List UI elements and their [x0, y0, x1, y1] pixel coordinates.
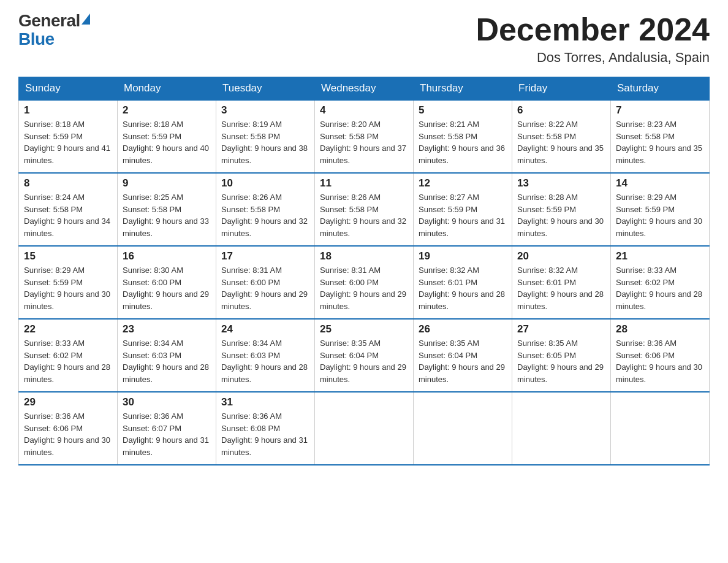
calendar-cell: 24 Sunrise: 8:34 AM Sunset: 6:03 PM Dayl… — [216, 319, 315, 392]
calendar-day-header: Saturday — [611, 77, 710, 101]
day-number: 31 — [221, 396, 309, 408]
day-number: 20 — [517, 250, 605, 262]
day-info: Sunrise: 8:33 AM Sunset: 6:02 PM Dayligh… — [24, 337, 112, 385]
day-info: Sunrise: 8:36 AM Sunset: 6:07 PM Dayligh… — [123, 410, 211, 458]
calendar-cell: 4 Sunrise: 8:20 AM Sunset: 5:58 PM Dayli… — [315, 100, 414, 173]
day-number: 24 — [221, 323, 309, 335]
calendar-cell: 13 Sunrise: 8:28 AM Sunset: 5:59 PM Dayl… — [512, 173, 611, 246]
day-number: 4 — [320, 104, 408, 117]
day-info: Sunrise: 8:27 AM Sunset: 5:59 PM Dayligh… — [419, 191, 507, 239]
day-info: Sunrise: 8:25 AM Sunset: 5:58 PM Dayligh… — [123, 191, 211, 239]
day-info: Sunrise: 8:21 AM Sunset: 5:58 PM Dayligh… — [419, 118, 507, 166]
calendar-header-row: SundayMondayTuesdayWednesdayThursdayFrid… — [19, 77, 710, 101]
day-number: 2 — [123, 104, 211, 117]
calendar-cell: 31 Sunrise: 8:36 AM Sunset: 6:08 PM Dayl… — [216, 392, 315, 465]
location-title: Dos Torres, Andalusia, Spain — [476, 50, 710, 66]
day-number: 22 — [24, 323, 112, 335]
day-info: Sunrise: 8:35 AM Sunset: 6:04 PM Dayligh… — [419, 337, 507, 385]
day-number: 27 — [517, 323, 605, 335]
calendar-day-header: Friday — [512, 77, 611, 101]
day-info: Sunrise: 8:23 AM Sunset: 5:58 PM Dayligh… — [616, 118, 704, 166]
day-number: 6 — [517, 104, 605, 117]
calendar-cell: 11 Sunrise: 8:26 AM Sunset: 5:58 PM Dayl… — [315, 173, 414, 246]
calendar-day-header: Sunday — [19, 77, 118, 101]
calendar-cell: 14 Sunrise: 8:29 AM Sunset: 5:59 PM Dayl… — [611, 173, 710, 246]
day-number: 14 — [616, 177, 704, 190]
day-info: Sunrise: 8:36 AM Sunset: 6:08 PM Dayligh… — [221, 410, 309, 458]
day-info: Sunrise: 8:22 AM Sunset: 5:58 PM Dayligh… — [517, 118, 605, 166]
calendar-cell — [611, 392, 710, 465]
calendar-cell: 15 Sunrise: 8:29 AM Sunset: 5:59 PM Dayl… — [19, 246, 118, 319]
day-info: Sunrise: 8:32 AM Sunset: 6:01 PM Dayligh… — [517, 264, 605, 312]
calendar-week-row: 1 Sunrise: 8:18 AM Sunset: 5:59 PM Dayli… — [19, 100, 710, 173]
day-info: Sunrise: 8:36 AM Sunset: 6:06 PM Dayligh… — [24, 410, 112, 458]
calendar-day-header: Wednesday — [315, 77, 414, 101]
day-number: 1 — [24, 104, 112, 117]
day-number: 16 — [123, 250, 211, 262]
logo-triangle-icon — [82, 13, 90, 25]
calendar-cell: 23 Sunrise: 8:34 AM Sunset: 6:03 PM Dayl… — [118, 319, 216, 392]
day-info: Sunrise: 8:24 AM Sunset: 5:58 PM Dayligh… — [24, 191, 112, 239]
day-number: 13 — [517, 177, 605, 190]
day-info: Sunrise: 8:29 AM Sunset: 5:59 PM Dayligh… — [616, 191, 704, 239]
day-info: Sunrise: 8:31 AM Sunset: 6:00 PM Dayligh… — [221, 264, 309, 312]
calendar-cell: 19 Sunrise: 8:32 AM Sunset: 6:01 PM Dayl… — [414, 246, 512, 319]
calendar-body: 1 Sunrise: 8:18 AM Sunset: 5:59 PM Dayli… — [19, 100, 710, 465]
day-info: Sunrise: 8:35 AM Sunset: 6:04 PM Dayligh… — [320, 337, 408, 385]
calendar-cell: 28 Sunrise: 8:36 AM Sunset: 6:06 PM Dayl… — [611, 319, 710, 392]
day-number: 9 — [123, 177, 211, 190]
day-number: 11 — [320, 177, 408, 190]
calendar-day-header: Monday — [118, 77, 216, 101]
day-info: Sunrise: 8:32 AM Sunset: 6:01 PM Dayligh… — [419, 264, 507, 312]
calendar-cell — [512, 392, 611, 465]
calendar-cell: 26 Sunrise: 8:35 AM Sunset: 6:04 PM Dayl… — [414, 319, 512, 392]
calendar-week-row: 22 Sunrise: 8:33 AM Sunset: 6:02 PM Dayl… — [19, 319, 710, 392]
day-number: 19 — [419, 250, 507, 262]
calendar-cell: 7 Sunrise: 8:23 AM Sunset: 5:58 PM Dayli… — [611, 100, 710, 173]
month-title: December 2024 — [476, 12, 710, 47]
calendar-cell: 16 Sunrise: 8:30 AM Sunset: 6:00 PM Dayl… — [118, 246, 216, 319]
calendar-cell: 21 Sunrise: 8:33 AM Sunset: 6:02 PM Dayl… — [611, 246, 710, 319]
day-number: 28 — [616, 323, 704, 335]
day-info: Sunrise: 8:28 AM Sunset: 5:59 PM Dayligh… — [517, 191, 605, 239]
day-number: 23 — [123, 323, 211, 335]
day-number: 15 — [24, 250, 112, 262]
calendar-cell: 2 Sunrise: 8:18 AM Sunset: 5:59 PM Dayli… — [118, 100, 216, 173]
day-info: Sunrise: 8:26 AM Sunset: 5:58 PM Dayligh… — [320, 191, 408, 239]
calendar-day-header: Tuesday — [216, 77, 315, 101]
logo-general-text: General — [18, 12, 80, 29]
calendar-table: SundayMondayTuesdayWednesdayThursdayFrid… — [18, 77, 710, 465]
calendar-week-row: 15 Sunrise: 8:29 AM Sunset: 5:59 PM Dayl… — [19, 246, 710, 319]
calendar-cell: 10 Sunrise: 8:26 AM Sunset: 5:58 PM Dayl… — [216, 173, 315, 246]
calendar-week-row: 29 Sunrise: 8:36 AM Sunset: 6:06 PM Dayl… — [19, 392, 710, 465]
calendar-cell: 29 Sunrise: 8:36 AM Sunset: 6:06 PM Dayl… — [19, 392, 118, 465]
calendar-cell: 12 Sunrise: 8:27 AM Sunset: 5:59 PM Dayl… — [414, 173, 512, 246]
logo-blue-text: Blue — [18, 31, 55, 48]
day-info: Sunrise: 8:20 AM Sunset: 5:58 PM Dayligh… — [320, 118, 408, 166]
calendar-cell: 3 Sunrise: 8:19 AM Sunset: 5:58 PM Dayli… — [216, 100, 315, 173]
day-info: Sunrise: 8:19 AM Sunset: 5:58 PM Dayligh… — [221, 118, 309, 166]
day-info: Sunrise: 8:18 AM Sunset: 5:59 PM Dayligh… — [123, 118, 211, 166]
day-info: Sunrise: 8:26 AM Sunset: 5:58 PM Dayligh… — [221, 191, 309, 239]
day-info: Sunrise: 8:31 AM Sunset: 6:00 PM Dayligh… — [320, 264, 408, 312]
day-info: Sunrise: 8:18 AM Sunset: 5:59 PM Dayligh… — [24, 118, 112, 166]
calendar-cell: 22 Sunrise: 8:33 AM Sunset: 6:02 PM Dayl… — [19, 319, 118, 392]
calendar-cell: 8 Sunrise: 8:24 AM Sunset: 5:58 PM Dayli… — [19, 173, 118, 246]
day-number: 10 — [221, 177, 309, 190]
day-number: 26 — [419, 323, 507, 335]
calendar-cell: 25 Sunrise: 8:35 AM Sunset: 6:04 PM Dayl… — [315, 319, 414, 392]
day-info: Sunrise: 8:34 AM Sunset: 6:03 PM Dayligh… — [221, 337, 309, 385]
day-info: Sunrise: 8:30 AM Sunset: 6:00 PM Dayligh… — [123, 264, 211, 312]
calendar-cell: 27 Sunrise: 8:35 AM Sunset: 6:05 PM Dayl… — [512, 319, 611, 392]
calendar-cell: 17 Sunrise: 8:31 AM Sunset: 6:00 PM Dayl… — [216, 246, 315, 319]
calendar-cell — [315, 392, 414, 465]
day-number: 25 — [320, 323, 408, 335]
day-number: 3 — [221, 104, 309, 117]
title-section: December 2024 Dos Torres, Andalusia, Spa… — [476, 12, 710, 66]
calendar-week-row: 8 Sunrise: 8:24 AM Sunset: 5:58 PM Dayli… — [19, 173, 710, 246]
page-header: General Blue December 2024 Dos Torres, A… — [18, 12, 710, 66]
calendar-cell: 9 Sunrise: 8:25 AM Sunset: 5:58 PM Dayli… — [118, 173, 216, 246]
calendar-cell: 6 Sunrise: 8:22 AM Sunset: 5:58 PM Dayli… — [512, 100, 611, 173]
calendar-cell: 18 Sunrise: 8:31 AM Sunset: 6:00 PM Dayl… — [315, 246, 414, 319]
day-info: Sunrise: 8:34 AM Sunset: 6:03 PM Dayligh… — [123, 337, 211, 385]
